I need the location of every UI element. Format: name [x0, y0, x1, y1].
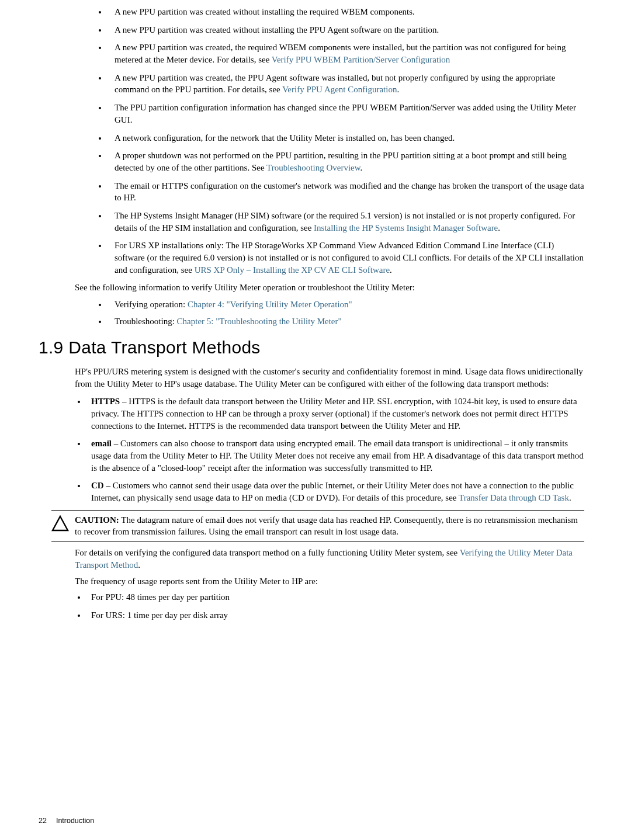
list-text: Troubleshooting: [115, 317, 177, 326]
svg-marker-0 [53, 516, 68, 530]
list-item: Troubleshooting: Chapter 5: "Troubleshoo… [108, 315, 584, 328]
section-heading: 1.9 Data Transport Methods [39, 335, 584, 359]
list-item: For URS: 1 time per day per disk array [86, 609, 584, 622]
list-text: . [498, 223, 500, 232]
list-item: Verifying operation: Chapter 4: "Verifyi… [108, 298, 584, 311]
link-chapter-4[interactable]: Chapter 4: "Verifying Utility Meter Oper… [188, 300, 352, 309]
after-p1-text: . [138, 560, 140, 570]
link-urs-xp-cli[interactable]: URS XP Only – Installing the XP CV AE CL… [195, 265, 390, 275]
email-label: email [91, 439, 112, 448]
section-body: HP's PPU/URS metering system is designed… [75, 366, 584, 390]
see-also-list: Verifying operation: Chapter 4: "Verifyi… [75, 298, 584, 327]
link-verify-ppu-agent[interactable]: Verify PPU Agent Configuration [282, 85, 397, 94]
list-text: For PPU: 48 times per day per partition [91, 592, 230, 602]
list-item: A network configuration, for the network… [108, 132, 584, 144]
list-item: The HP Systems Insight Manager (HP SIM) … [108, 210, 584, 234]
list-item: The PPU partition configuration informat… [108, 102, 584, 126]
after-p2: The frequency of usage reports sent from… [75, 575, 584, 588]
list-item: For URS XP installations only: The HP St… [108, 239, 584, 276]
frequency-list: For PPU: 48 times per day per partition … [75, 591, 584, 621]
caution-text: The datagram nature of email does not ve… [75, 515, 578, 537]
email-text: – Customers can also choose to transport… [91, 439, 584, 472]
list-text: . [360, 163, 363, 172]
link-cd-task[interactable]: Transfer Data through CD Task [459, 493, 569, 502]
after-p1-text: For details on verifying the configured … [75, 548, 460, 557]
list-item: CD – Customers who cannot send their usa… [86, 480, 584, 504]
list-text: A network configuration, for the network… [115, 133, 455, 143]
after-p1: For details on verifying the configured … [75, 547, 584, 571]
list-text: A new PPU partition was created without … [115, 7, 415, 16]
https-text: – HTTPS is the default data transport be… [91, 397, 577, 430]
list-text: A new PPU partition was created without … [115, 25, 439, 34]
list-text: Verifying operation: [115, 300, 188, 309]
cd-label: CD [91, 481, 104, 490]
caution-block: CAUTION: The datagram nature of email do… [51, 510, 584, 542]
https-label: HTTPS [91, 397, 120, 406]
list-text: The email or HTTPS configuration on the … [115, 181, 584, 203]
list-item: email – Customers can also choose to tra… [86, 438, 584, 474]
transport-methods-list: HTTPS – HTTPS is the default data transp… [75, 395, 584, 504]
footer-label: Introduction [56, 817, 94, 825]
list-text: . [390, 265, 392, 275]
list-item: The email or HTTPS configuration on the … [108, 180, 584, 204]
cd-text: . [569, 493, 571, 502]
list-text: . [397, 85, 399, 94]
list-text: For URS: 1 time per day per disk array [91, 610, 228, 620]
list-item: A new PPU partition was created, the req… [108, 41, 584, 65]
intro-paragraph: See the following information to verify … [75, 282, 584, 294]
list-item: HTTPS – HTTPS is the default data transp… [86, 395, 584, 432]
caution-icon [51, 515, 69, 532]
list-item: For PPU: 48 times per day per partition [86, 591, 584, 603]
link-chapter-5[interactable]: Chapter 5: "Troubleshooting the Utility … [177, 317, 342, 326]
link-install-hp-sim[interactable]: Installing the HP Systems Insight Manage… [314, 223, 498, 232]
list-item: A proper shutdown was not performed on t… [108, 150, 584, 173]
causes-list: A new PPU partition was created without … [75, 6, 584, 276]
link-verify-ppu-wbem[interactable]: Verify PPU WBEM Partition/Server Configu… [272, 55, 450, 64]
list-item: A new PPU partition was created without … [108, 24, 584, 36]
list-text: The PPU partition configuration informat… [115, 103, 576, 124]
list-item: A new PPU partition was created without … [108, 6, 584, 18]
link-troubleshooting-overview[interactable]: Troubleshooting Overview [266, 163, 360, 172]
page-footer: 22Introduction [39, 817, 94, 825]
list-item: A new PPU partition was created, the PPU… [108, 72, 584, 96]
page-number: 22 [39, 817, 47, 825]
caution-label: CAUTION: [75, 515, 119, 525]
